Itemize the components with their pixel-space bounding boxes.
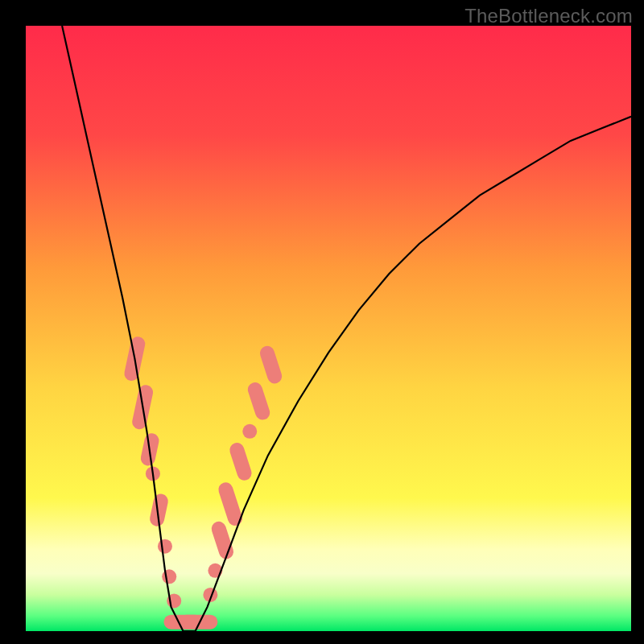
highlight-marker xyxy=(258,344,284,385)
plot-area xyxy=(26,26,631,631)
chart-frame: TheBottleneck.com xyxy=(0,0,644,644)
highlight-marker xyxy=(242,424,257,439)
bottleneck-curve xyxy=(62,26,631,631)
highlight-marker xyxy=(246,381,272,422)
curve-layer xyxy=(26,26,631,631)
watermark-text: TheBottleneck.com xyxy=(464,5,633,27)
highlight-marker xyxy=(158,539,172,554)
highlight-marker xyxy=(162,569,176,584)
highlight-marker xyxy=(228,441,254,482)
highlight-marker xyxy=(179,615,217,630)
